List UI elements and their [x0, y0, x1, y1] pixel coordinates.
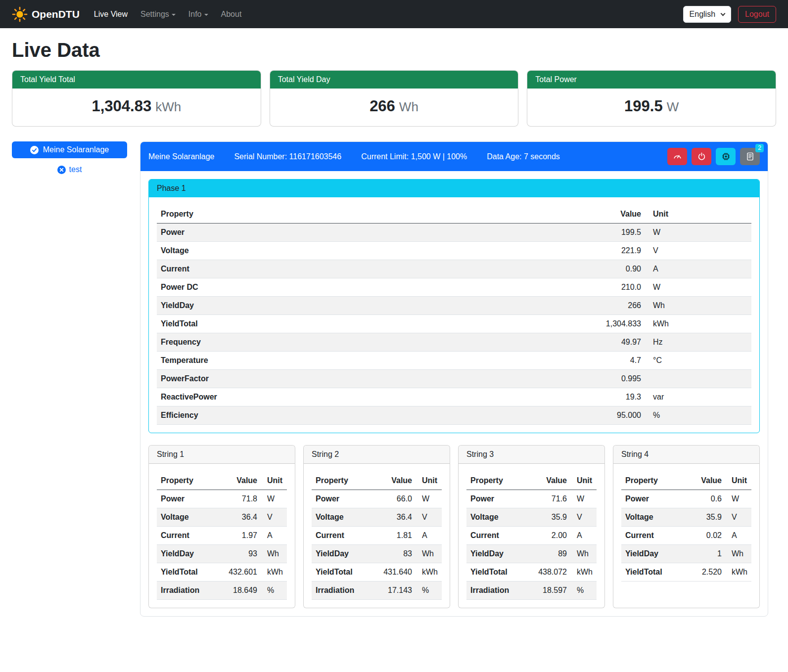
string-card-1: String 1 Property Value Unit [148, 445, 295, 608]
language-select[interactable]: English [683, 6, 731, 23]
cell-property: Current [312, 527, 377, 545]
cell-unit: A [571, 527, 597, 545]
nav-item-live-view[interactable]: Live View [88, 6, 134, 23]
navbar-right: English Logout [683, 6, 776, 23]
cell-unit: Hz [645, 333, 751, 352]
cell-property: ReactivePower [157, 388, 581, 406]
card-title: Total Yield Day [270, 71, 518, 89]
cell-unit: Wh [261, 545, 287, 563]
table-row: Irradiation17.143% [312, 582, 442, 600]
table-row: YieldTotal431.640kWh [312, 563, 442, 582]
cell-value: 71.6 [532, 490, 571, 508]
cell-value: 18.649 [223, 582, 261, 600]
cell-property: Voltage [157, 508, 223, 527]
inverter-select-button[interactable]: Meine Solaranlage [12, 141, 127, 158]
power-button[interactable] [692, 148, 711, 165]
event-log-button[interactable]: 2 [740, 148, 760, 165]
logout-button[interactable]: Logout [738, 6, 776, 23]
nav-item-settings[interactable]: Settings [134, 6, 182, 23]
cell-property: Current [157, 260, 581, 278]
table-row: YieldDay266Wh [157, 297, 751, 315]
cell-value: 93 [223, 545, 261, 563]
card-value-row: 266Wh [270, 89, 518, 126]
cell-value: 432.601 [223, 563, 261, 582]
cell-value: 221.9 [581, 242, 645, 260]
table-row: YieldDay83Wh [312, 545, 442, 563]
cell-property: Frequency [157, 333, 581, 352]
cell-property: PowerFactor [157, 370, 581, 388]
nav-item-about[interactable]: About [215, 6, 248, 23]
cell-property: Current [621, 527, 687, 545]
string-table: Property Value Unit Power71.8WVoltage36.… [157, 472, 287, 600]
nav-item-info[interactable]: Info [182, 6, 215, 23]
string-table: Property Value Unit Power71.6WVoltage35.… [466, 472, 597, 600]
cell-unit: W [645, 224, 751, 242]
cell-property: Power [157, 224, 581, 242]
table-row: Power199.5W [157, 224, 751, 242]
table-head: Property Value Unit [466, 472, 597, 490]
navbar: OpenDTU Live View Settings Info About En… [0, 0, 788, 28]
string-card-body: Property Value Unit Power66.0WVoltage36.… [304, 464, 450, 608]
cell-property: Voltage [466, 508, 532, 527]
table-row: YieldTotal438.072kWh [466, 563, 597, 582]
cell-property: YieldTotal [157, 315, 581, 333]
current-limit: Current Limit: 1,500 W | 100% [361, 152, 467, 161]
table-row: YieldTotal2.520kWh [621, 563, 751, 582]
table-row: YieldDay1Wh [621, 545, 751, 563]
cell-unit: V [416, 508, 442, 527]
brand-label: OpenDTU [32, 8, 80, 20]
panel-actions: 2 [667, 148, 760, 165]
summary-cards: Total Yield Total 1,304.83kWh Total Yiel… [12, 70, 776, 127]
cell-value: 0.02 [687, 527, 726, 545]
inverter-test-button[interactable]: test [12, 165, 127, 175]
cell-value: 35.9 [532, 508, 571, 527]
table-row: Power71.6W [466, 490, 597, 508]
phase-card-body: Property Value Unit Power199.5WVoltage22… [149, 197, 759, 433]
device-info-button[interactable] [716, 148, 736, 165]
cell-value: 431.640 [377, 563, 416, 582]
sun-logo-icon [12, 6, 28, 22]
serial-number: Serial Number: 116171603546 [234, 152, 341, 161]
table-row: Efficiency95.000% [157, 406, 751, 425]
table-row: Frequency49.97Hz [157, 333, 751, 352]
column-header-property: Property [157, 205, 581, 224]
cell-value: 0.995 [581, 370, 645, 388]
cell-unit: °C [645, 352, 751, 370]
column-header-unit: Unit [261, 472, 287, 490]
gauge-icon [673, 152, 682, 161]
table-row: YieldTotal1,304.833kWh [157, 315, 751, 333]
phase-table: Property Value Unit Power199.5WVoltage22… [157, 205, 751, 425]
table-row: Temperature4.7°C [157, 352, 751, 370]
cell-value: 83 [377, 545, 416, 563]
cell-property: YieldTotal [312, 563, 377, 582]
cell-unit: kWh [261, 563, 287, 582]
table-row: Voltage36.4V [312, 508, 442, 527]
card-value-row: 199.5W [527, 89, 776, 126]
table-row: ReactivePower19.3var [157, 388, 751, 406]
cell-unit: A [416, 527, 442, 545]
column-header-unit: Unit [645, 205, 751, 224]
table-row: Voltage36.4V [157, 508, 287, 527]
cell-unit: kWh [726, 563, 751, 582]
string-card-body: Property Value Unit Power0.6WVoltage35.9… [613, 464, 759, 589]
cell-unit: % [416, 582, 442, 600]
cell-value: 95.000 [581, 406, 645, 425]
cell-value: 0.90 [581, 260, 645, 278]
table-row: Power0.6W [621, 490, 751, 508]
string-title: String 4 [613, 446, 759, 464]
cell-property: Current [466, 527, 532, 545]
string-card-body: Property Value Unit Power71.8WVoltage36.… [149, 464, 295, 608]
limit-settings-button[interactable] [667, 148, 687, 165]
cell-property: Efficiency [157, 406, 581, 425]
table-row: YieldDay93Wh [157, 545, 287, 563]
page-container: Live Data Total Yield Total 1,304.83kWh … [0, 39, 788, 630]
inverter-panel-body: Phase 1 Property Value Unit Power199.5WV… [140, 171, 768, 616]
table-body: Power71.6WVoltage35.9VCurrent2.00AYieldD… [466, 490, 597, 600]
table-row: Power DC210.0W [157, 278, 751, 297]
column-header-value: Value [687, 472, 726, 490]
table-header-row: Property Value Unit [466, 472, 597, 490]
nav-item-label: Live View [94, 10, 128, 18]
card-unit: Wh [399, 99, 418, 114]
column-header-value: Value [581, 205, 645, 224]
brand[interactable]: OpenDTU [12, 6, 80, 22]
